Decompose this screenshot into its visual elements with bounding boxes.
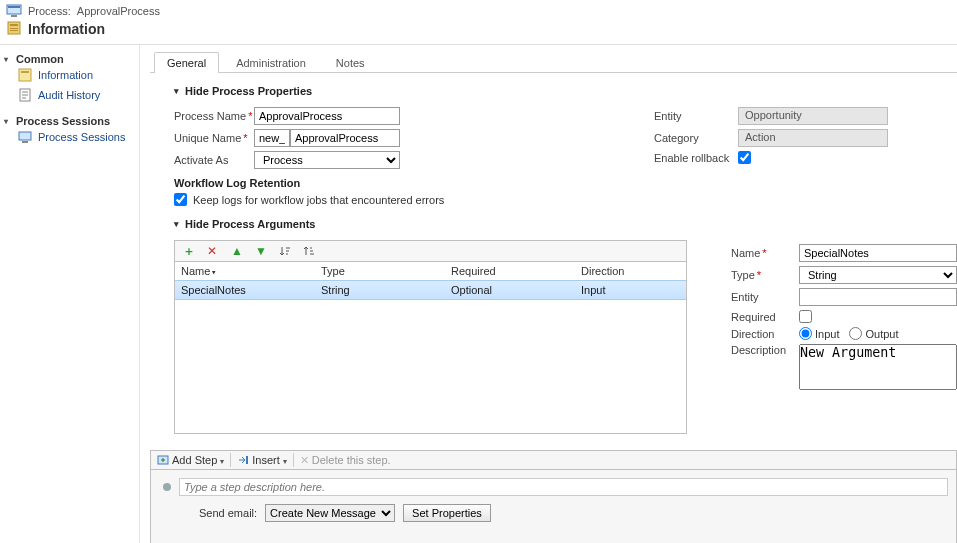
enable-rollback-label: Enable rollback (654, 152, 738, 164)
svg-rect-4 (10, 24, 18, 26)
page-title: Information (28, 21, 105, 37)
move-up-button[interactable]: ▲ (229, 243, 245, 259)
arg-required-checkbox[interactable] (799, 310, 812, 323)
insert-icon (237, 454, 249, 466)
delete-step-button: ✕ Delete this step. (300, 454, 391, 467)
process-icon (6, 4, 22, 18)
sidebar-item-information[interactable]: Information (4, 65, 135, 85)
delete-argument-button[interactable]: ✕ (205, 243, 221, 259)
cell-direction: Input (581, 284, 680, 296)
svg-rect-13 (246, 456, 248, 464)
sort-desc-button[interactable] (301, 243, 317, 259)
process-label: Process: (28, 5, 71, 17)
add-step-icon (157, 454, 169, 466)
svg-rect-2 (11, 15, 17, 17)
sidebar-item-audit-history[interactable]: Audit History (4, 85, 135, 105)
col-header-type[interactable]: Type (321, 265, 451, 277)
arguments-table: Name Type Required Direction SpecialNote… (174, 262, 687, 434)
message-select[interactable]: Create New Message (265, 504, 395, 522)
sidebar-item-label: Process Sessions (38, 131, 125, 143)
step-description-input[interactable] (179, 478, 948, 496)
entity-field: Opportunity (738, 107, 888, 125)
direction-input-radio[interactable]: Input (799, 327, 839, 340)
arg-description-label: Description (731, 344, 799, 356)
insert-button[interactable]: Insert (237, 454, 287, 466)
enable-rollback-checkbox[interactable] (738, 151, 751, 164)
sort-asc-button[interactable] (277, 243, 293, 259)
workflow-log-retention-heading: Workflow Log Retention (174, 177, 570, 189)
sidebar-item-process-sessions[interactable]: Process Sessions (4, 127, 135, 147)
unique-name-prefix (254, 129, 290, 147)
svg-rect-11 (22, 141, 28, 143)
sidebar-item-label: Information (38, 69, 93, 81)
arg-description-textarea[interactable] (799, 344, 957, 390)
arg-direction-label: Direction (731, 328, 799, 340)
tab-notes[interactable]: Notes (323, 52, 378, 73)
unique-name-label: Unique Name* (174, 132, 254, 144)
svg-rect-7 (19, 69, 31, 81)
svg-rect-8 (21, 71, 29, 73)
window-header: Process: ApprovalProcess Information (0, 0, 957, 45)
steps-body: Send email: Create New Message Set Prope… (150, 470, 957, 543)
cell-name: SpecialNotes (181, 284, 321, 296)
add-step-button[interactable]: Add Step (157, 454, 224, 466)
add-argument-button[interactable]: ＋ (181, 243, 197, 259)
col-header-name[interactable]: Name (181, 265, 321, 277)
activate-as-label: Activate As (174, 154, 254, 166)
arg-type-select[interactable]: String (799, 266, 957, 284)
delete-icon: ✕ (300, 454, 309, 467)
svg-rect-1 (8, 6, 20, 8)
information-icon (6, 20, 22, 38)
direction-output-radio[interactable]: Output (849, 327, 898, 340)
step-bullet-icon (163, 483, 171, 491)
arguments-table-header[interactable]: Name Type Required Direction (175, 262, 686, 280)
col-header-direction[interactable]: Direction (581, 265, 680, 277)
tab-general[interactable]: General (154, 52, 219, 73)
steps-toolbar: Add Step Insert ✕ Delete this step. (150, 450, 957, 470)
process-name-label: Process Name* (174, 110, 254, 122)
activate-as-select[interactable]: Process (254, 151, 400, 169)
keep-logs-label: Keep logs for workflow jobs that encount… (193, 194, 444, 206)
cell-required: Optional (451, 284, 581, 296)
cell-type: String (321, 284, 451, 296)
arg-name-label: Name* (731, 247, 799, 259)
svg-rect-10 (19, 132, 31, 140)
arg-name-input[interactable] (799, 244, 957, 262)
sidebar-group-sessions[interactable]: Process Sessions (4, 115, 135, 127)
unique-name-input[interactable] (290, 129, 400, 147)
table-row[interactable]: SpecialNotes String Optional Input (175, 280, 686, 300)
svg-rect-5 (10, 28, 18, 29)
set-properties-button[interactable]: Set Properties (403, 504, 491, 522)
sidebar-item-label: Audit History (38, 89, 100, 101)
keep-logs-checkbox[interactable] (174, 193, 187, 206)
process-name-text: ApprovalProcess (77, 5, 160, 17)
arg-entity-input[interactable] (799, 288, 957, 306)
send-email-label: Send email: (199, 507, 257, 519)
sidebar: Common Information Audit History Process… (0, 45, 140, 543)
tab-bar: General Administration Notes (150, 51, 957, 73)
section-toggle-process-properties[interactable]: Hide Process Properties (174, 85, 957, 97)
process-name-input[interactable] (254, 107, 400, 125)
tab-administration[interactable]: Administration (223, 52, 319, 73)
col-header-required[interactable]: Required (451, 265, 581, 277)
arguments-toolbar: ＋ ✕ ▲ ▼ (174, 240, 687, 262)
move-down-button[interactable]: ▼ (253, 243, 269, 259)
arg-entity-label: Entity (731, 291, 799, 303)
arg-required-label: Required (731, 311, 799, 323)
category-label: Category (654, 132, 738, 144)
arg-type-label: Type* (731, 269, 799, 281)
section-toggle-process-arguments[interactable]: Hide Process Arguments (174, 218, 957, 230)
svg-rect-6 (10, 30, 18, 31)
argument-detail-panel: Name* Type* String Entity Required Direc… (707, 240, 957, 434)
entity-label: Entity (654, 110, 738, 122)
sidebar-group-common[interactable]: Common (4, 53, 135, 65)
category-field: Action (738, 129, 888, 147)
